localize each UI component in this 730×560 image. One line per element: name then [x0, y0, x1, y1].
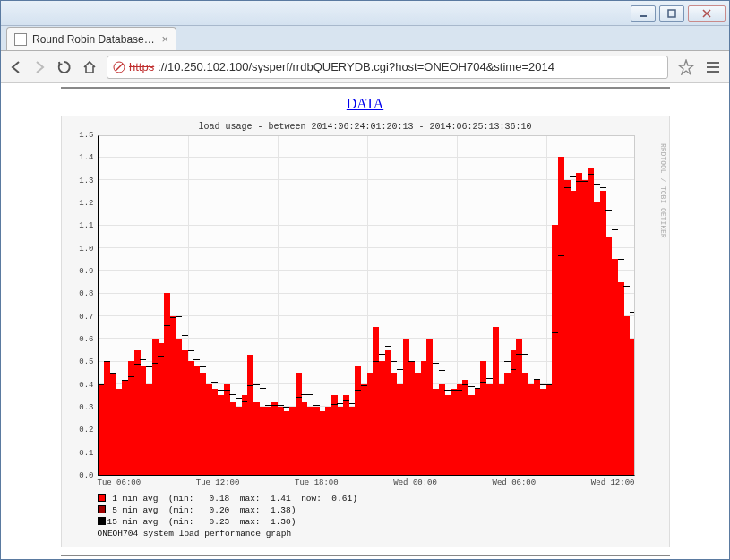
reload-icon: [57, 60, 72, 74]
home-icon: [82, 60, 97, 74]
reload-button[interactable]: [56, 59, 73, 75]
page-body: DATA load usage - between 2014:06:24:01:…: [61, 87, 670, 556]
legend-swatch-5min: [98, 505, 106, 513]
url-text: ://10.250.102.100/sysperf/rrdbQUERYDB.cg…: [158, 60, 554, 73]
ssl-warning-icon: [113, 61, 125, 73]
browser-tab[interactable]: Round Robin Database Qu ×: [6, 27, 176, 50]
rrd-chart: load usage - between 2014:06:24:01:20:13…: [61, 116, 670, 547]
chart-y-axis: 1.51.41.31.21.11.00.90.80.70.60.50.40.30…: [67, 135, 98, 476]
browser-tabstrip: Round Robin Database Qu ×: [1, 26, 729, 51]
address-bar[interactable]: https://10.250.102.100/sysperf/rrdbQUERY…: [107, 56, 668, 79]
horizontal-rule-top: [61, 87, 670, 89]
bookmark-button[interactable]: [677, 58, 695, 76]
forward-button[interactable]: [31, 59, 47, 75]
svg-rect-1: [668, 10, 675, 17]
arrow-right-icon: [32, 60, 47, 74]
page-favicon-icon: [14, 33, 27, 46]
legend-line-1: 1 min avg (min: 0.18 max: 1.41 now: 0.61…: [107, 494, 357, 504]
tab-close-icon[interactable]: ×: [161, 32, 168, 46]
window-close-button[interactable]: [688, 5, 726, 22]
maximize-icon: [667, 9, 676, 18]
chart-plot-area: ▶: [98, 135, 635, 476]
chart-title: load usage - between 2014:06:24:01:20:13…: [67, 122, 664, 132]
horizontal-rule-bottom: [61, 555, 670, 556]
hamburger-icon: [705, 59, 721, 75]
home-button[interactable]: [82, 59, 98, 75]
back-button[interactable]: [8, 59, 24, 75]
legend-footer: ONEOH704 system load performance graph: [98, 529, 292, 538]
arrow-left-icon: [9, 60, 23, 74]
url-scheme: https: [129, 60, 154, 73]
tab-title: Round Robin Database Qu: [32, 33, 156, 46]
chart-x-axis: Tue 06:00Tue 12:00Tue 18:00Wed 00:00Wed …: [98, 478, 635, 487]
rrdtool-watermark: RRDTOOL / TOBI OETIKER: [659, 143, 667, 238]
data-link[interactable]: DATA: [61, 96, 670, 112]
menu-button[interactable]: [704, 58, 722, 76]
legend-swatch-1min: [98, 494, 106, 502]
legend-line-3: 15 min avg (min: 0.23 max: 1.30): [107, 517, 296, 527]
chart-legend: 1 min avg (min: 0.18 max: 1.41 now: 0.61…: [98, 493, 664, 539]
window-minimize-button[interactable]: [631, 5, 656, 22]
minimize-icon: [639, 9, 648, 18]
window-maximize-button[interactable]: [659, 5, 684, 22]
legend-swatch-15min: [98, 517, 106, 525]
legend-line-2: 5 min avg (min: 0.20 max: 1.38): [107, 505, 296, 515]
close-icon: [702, 9, 711, 18]
window-titlebar: [1, 1, 729, 26]
page-viewport[interactable]: DATA load usage - between 2014:06:24:01:…: [1, 83, 729, 559]
star-icon: [678, 59, 694, 75]
browser-toolbar: https://10.250.102.100/sysperf/rrdbQUERY…: [1, 51, 729, 83]
